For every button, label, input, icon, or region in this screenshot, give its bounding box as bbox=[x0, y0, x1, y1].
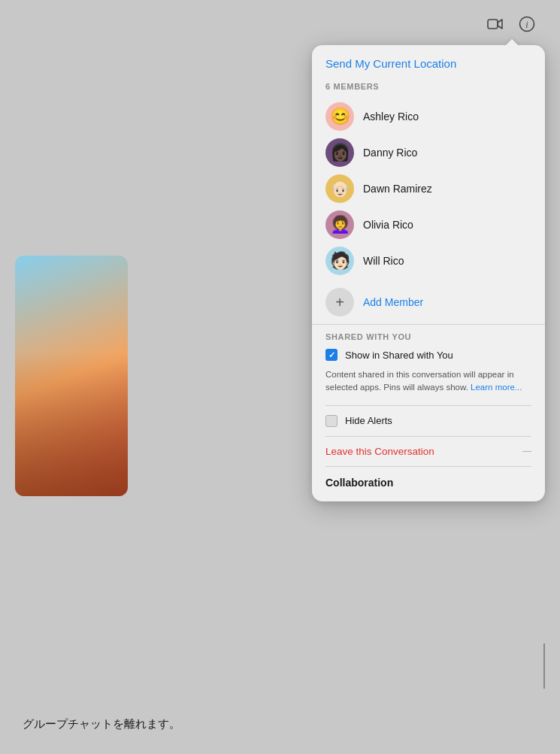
member-item[interactable]: 👴🏻 Dawn Ramirez bbox=[325, 171, 531, 207]
member-name: Dawn Ramirez bbox=[363, 183, 432, 195]
divider-1 bbox=[312, 324, 545, 325]
add-member-label: Add Member bbox=[363, 296, 423, 308]
video-icon[interactable] bbox=[485, 14, 506, 35]
svg-text:i: i bbox=[525, 20, 528, 30]
member-item[interactable]: 👩‍🦱 Olivia Rico bbox=[325, 207, 531, 243]
add-member-row[interactable]: + Add Member bbox=[325, 282, 531, 324]
show-in-shared-checkbox[interactable]: ✓ bbox=[325, 349, 338, 361]
popup-panel: Send My Current Location 6 MEMBERS 😊 Ash… bbox=[312, 45, 545, 501]
add-icon: + bbox=[325, 288, 354, 316]
members-label: 6 MEMBERS bbox=[325, 82, 531, 91]
leave-label: Leave this Conversation bbox=[325, 446, 434, 457]
shared-section: SHARED WITH YOU ✓ Show in Shared with Yo… bbox=[312, 332, 545, 395]
annotation-arrow bbox=[543, 643, 545, 689]
bottom-caption: グループチャットを離れます。 bbox=[23, 717, 180, 731]
shared-with-you-label: SHARED WITH YOU bbox=[325, 332, 531, 341]
learn-more-link[interactable]: Learn more... bbox=[471, 383, 522, 392]
member-name: Will Rico bbox=[363, 255, 404, 267]
member-item[interactable]: 👩🏿 Danny Rico bbox=[325, 135, 531, 171]
avatar-dawn: 👴🏻 bbox=[325, 174, 354, 203]
info-icon[interactable]: i bbox=[516, 14, 537, 35]
avatar-danny: 👩🏿 bbox=[325, 138, 354, 167]
checkmark-icon: ✓ bbox=[328, 351, 335, 359]
member-list: 😊 Ashley Rico 👩🏿 Danny Rico 👴🏻 Dawn Rami… bbox=[325, 98, 531, 279]
send-location-button[interactable]: Send My Current Location bbox=[325, 57, 531, 70]
show-in-shared-row[interactable]: ✓ Show in Shared with You bbox=[325, 349, 531, 361]
avatar-will: 🧑🏻 bbox=[325, 247, 354, 275]
hide-alerts-label: Hide Alerts bbox=[345, 415, 392, 426]
member-name: Danny Rico bbox=[363, 147, 417, 159]
collaboration-row[interactable]: Collaboration bbox=[312, 467, 545, 501]
shared-info-text: Content shared in this conversation will… bbox=[325, 368, 531, 395]
avatar-ashley: 😊 bbox=[325, 102, 354, 131]
svg-rect-0 bbox=[488, 20, 498, 29]
leave-arrow-icon: — bbox=[522, 446, 531, 456]
photo-thumbnail bbox=[15, 256, 128, 496]
member-name: Ashley Rico bbox=[363, 111, 419, 123]
avatar-olivia: 👩‍🦱 bbox=[325, 210, 354, 239]
show-in-shared-label: Show in Shared with You bbox=[345, 350, 453, 361]
member-item[interactable]: 😊 Ashley Rico bbox=[325, 98, 531, 135]
top-bar: i bbox=[485, 14, 537, 35]
member-name: Olivia Rico bbox=[363, 219, 413, 231]
collaboration-label: Collaboration bbox=[325, 477, 393, 489]
leave-conversation-row[interactable]: Leave this Conversation — bbox=[312, 437, 545, 466]
member-item[interactable]: 🧑🏻 Will Rico bbox=[325, 243, 531, 279]
popup-caret bbox=[504, 39, 519, 47]
hide-alerts-row[interactable]: Hide Alerts bbox=[312, 406, 545, 436]
hide-alerts-checkbox[interactable] bbox=[325, 415, 338, 427]
